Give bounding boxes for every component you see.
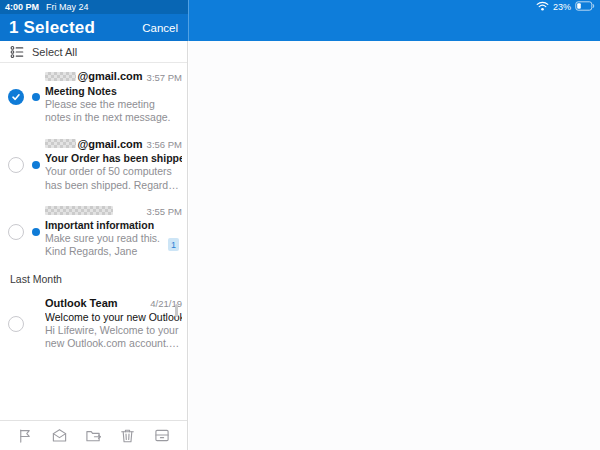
battery-percent: 23% <box>553 2 571 12</box>
email-time: 3:55 PM <box>143 206 182 217</box>
status-bar: 4:00 PM Fri May 24 23% <box>0 0 600 14</box>
flag-icon[interactable] <box>13 424 37 448</box>
email-sender <box>45 206 114 215</box>
redacted-sender-block <box>45 72 76 81</box>
selected-check-icon[interactable] <box>8 89 24 105</box>
email-subject: Important information <box>45 219 182 231</box>
battery-icon <box>575 1 595 13</box>
outlook-mail-screen: 4:00 PM Fri May 24 23% 1 Selected C <box>0 0 600 450</box>
email-row[interactable]: @gmail.com 3:56 PM Your Order has been s… <box>0 131 187 199</box>
redacted-sender-block <box>45 206 113 215</box>
email-subject: Welcome to your new Outlook.co... <box>45 311 182 323</box>
envelope-icon[interactable] <box>47 424 71 448</box>
mail-list-panel: Select All @gmail.com 3:57 PM Meeting No… <box>0 41 188 450</box>
selection-header: 1 Selected Cancel <box>0 14 188 41</box>
email-subject: Meeting Notes <box>45 85 182 97</box>
select-circle[interactable] <box>8 157 24 173</box>
status-date: Fri May 24 <box>46 2 89 12</box>
move-folder-icon[interactable] <box>81 424 105 448</box>
email-time: 3:57 PM <box>143 72 182 83</box>
trash-icon[interactable] <box>116 424 140 448</box>
section-header-last-month: Last Month <box>0 265 187 290</box>
select-all-icon <box>10 45 24 59</box>
email-row[interactable]: @gmail.com 3:57 PM Meeting Notes Please … <box>0 63 187 131</box>
unread-dot <box>32 161 40 169</box>
email-subject: Your Order has been shipped <box>45 152 182 164</box>
redacted-sender-block <box>45 139 76 148</box>
unread-dot <box>32 93 40 101</box>
email-row[interactable]: 3:55 PM Important information Make sure … <box>0 199 187 265</box>
email-sender: Outlook Team <box>45 297 118 309</box>
bottom-toolbar <box>0 420 187 450</box>
email-preview: Please see the meeting notes in the next… <box>45 98 182 125</box>
email-time: 3:56 PM <box>143 139 182 150</box>
email-sender: @gmail.com <box>45 70 143 82</box>
page-title: 1 Selected <box>9 18 95 38</box>
count-badge: 1 <box>168 238 179 251</box>
cancel-button[interactable]: Cancel <box>142 22 178 34</box>
status-time: 4:00 PM <box>5 2 39 12</box>
email-row[interactable]: Outlook Team 4/21/19 Welcome to your new… <box>0 290 187 357</box>
archive-icon[interactable] <box>150 424 174 448</box>
select-circle[interactable] <box>8 224 24 240</box>
email-preview: Make sure you read this. Kind Regards, J… <box>45 232 164 259</box>
email-sender: @gmail.com <box>45 138 143 150</box>
select-circle[interactable] <box>8 316 24 332</box>
wifi-icon <box>536 1 549 13</box>
scrollbar[interactable] <box>175 304 178 317</box>
email-preview: Hi Lifewire, Welcome to your new Outlook… <box>45 324 182 351</box>
email-preview: Your order of 50 computers has been ship… <box>45 165 182 192</box>
unread-dot <box>32 228 40 236</box>
reading-pane-empty <box>189 41 600 450</box>
select-all-row[interactable]: Select All <box>0 41 187 63</box>
select-all-label: Select All <box>32 46 77 58</box>
